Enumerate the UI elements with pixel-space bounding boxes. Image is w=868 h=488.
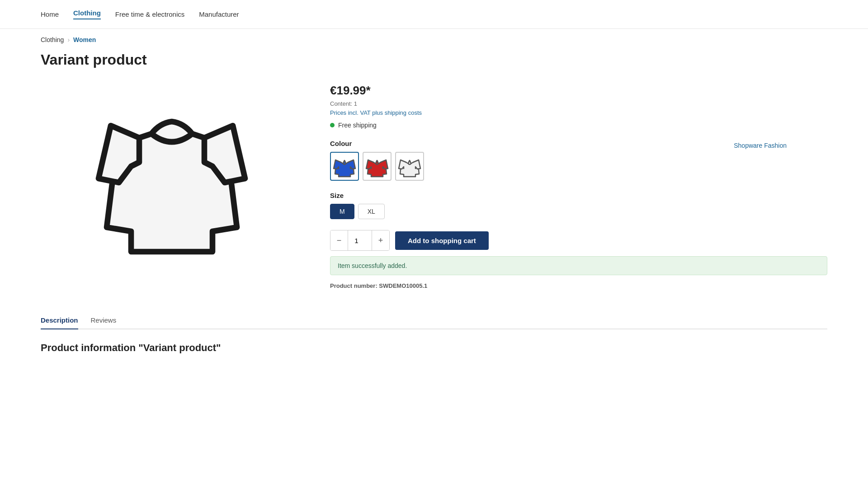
product-section: Variant product Shopware Fashion bbox=[41, 52, 827, 289]
tab-description[interactable]: Description bbox=[41, 312, 78, 329]
tab-reviews[interactable]: Reviews bbox=[91, 312, 117, 329]
success-message: Item successfully added. bbox=[330, 256, 827, 275]
shipping-dot bbox=[330, 123, 335, 127]
brand-link[interactable]: Shopware Fashion bbox=[734, 142, 787, 149]
product-number: Product number: SWDEMO10005.1 bbox=[330, 282, 827, 289]
colour-white[interactable] bbox=[395, 152, 424, 181]
size-m[interactable]: M bbox=[330, 204, 354, 219]
colour-blue[interactable] bbox=[330, 152, 359, 181]
product-image-area bbox=[41, 79, 303, 289]
nav-home[interactable]: Home bbox=[41, 10, 59, 18]
product-image bbox=[86, 84, 258, 273]
main-navigation: Home Clothing Free time & electronics Ma… bbox=[0, 0, 868, 29]
main-content: Variant product Shopware Fashion bbox=[0, 47, 868, 381]
cart-row: − + Add to shopping cart bbox=[330, 230, 827, 251]
size-options: M XL bbox=[330, 204, 827, 219]
product-number-label: Product number: bbox=[330, 282, 377, 289]
product-number-value: SWDEMO10005.1 bbox=[379, 282, 427, 289]
shirt-svg bbox=[90, 88, 253, 269]
breadcrumb: Clothing › Women bbox=[0, 29, 868, 47]
product-tabs: Description Reviews bbox=[41, 312, 827, 329]
content-info: Content: 1 bbox=[330, 100, 827, 107]
add-to-cart-button[interactable]: Add to shopping cart bbox=[395, 231, 489, 250]
free-shipping-label: Free shipping bbox=[338, 122, 377, 129]
quantity-input[interactable] bbox=[348, 230, 372, 250]
nav-clothing[interactable]: Clothing bbox=[73, 9, 101, 19]
breadcrumb-current: Women bbox=[73, 36, 96, 43]
product-layout: €19.99* Content: 1 Prices incl. VAT plus… bbox=[41, 79, 827, 289]
colour-options bbox=[330, 152, 827, 181]
colour-red[interactable] bbox=[363, 152, 392, 181]
quantity-control: − + bbox=[330, 230, 390, 251]
product-price: €19.99* bbox=[330, 84, 827, 98]
quantity-increase[interactable]: + bbox=[372, 230, 389, 250]
nav-manufacturer[interactable]: Manufacturer bbox=[199, 10, 239, 18]
size-xl[interactable]: XL bbox=[358, 204, 385, 219]
product-title: Variant product bbox=[41, 52, 827, 68]
breadcrumb-separator: › bbox=[67, 36, 70, 43]
free-shipping-indicator: Free shipping bbox=[330, 122, 827, 129]
breadcrumb-parent[interactable]: Clothing bbox=[41, 36, 64, 43]
product-details: €19.99* Content: 1 Prices incl. VAT plus… bbox=[330, 79, 827, 289]
size-label: Size bbox=[330, 192, 827, 199]
nav-free-time[interactable]: Free time & electronics bbox=[115, 10, 184, 18]
quantity-decrease[interactable]: − bbox=[330, 230, 348, 250]
product-info-title: Product information "Variant product" bbox=[41, 342, 827, 354]
shipping-link[interactable]: Prices incl. VAT plus shipping costs bbox=[330, 109, 422, 116]
